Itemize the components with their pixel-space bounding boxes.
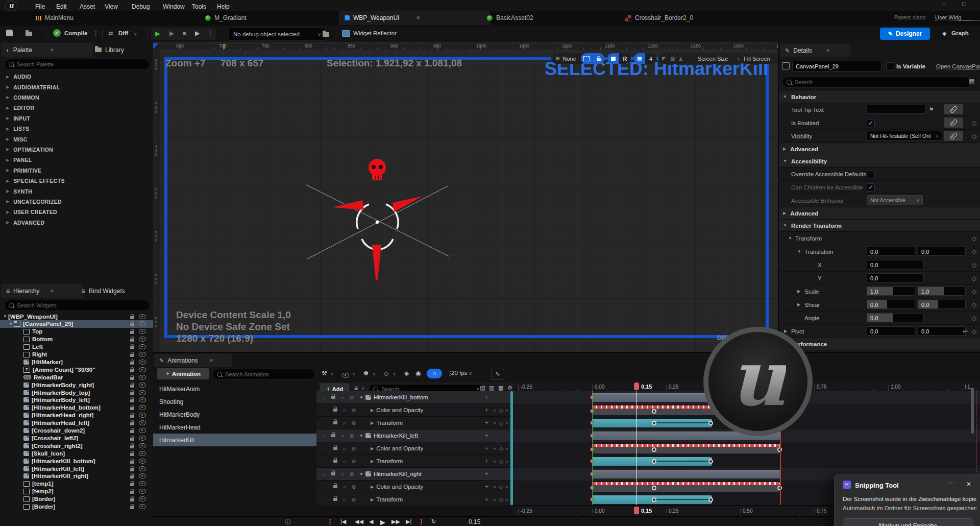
property-row-angle[interactable]: Angle0,0◇ — [779, 312, 980, 325]
visibility-eye-icon[interactable] — [139, 375, 146, 380]
transport-playback-button[interactable]: |◀ — [340, 518, 346, 525]
visibility-eye-icon[interactable] — [139, 428, 146, 433]
visibility-eye-icon[interactable] — [139, 489, 146, 494]
debug-folder-icon[interactable] — [323, 31, 329, 38]
bind-chain-button[interactable] — [944, 131, 963, 141]
hierarchy-row[interactable]: ▶Bottom — [0, 336, 153, 343]
section-arrow-icon[interactable]: ▼ — [783, 223, 787, 228]
doc-tab-WBP_WeaponUI[interactable]: WBP_WeaponUI✕ — [339, 11, 490, 25]
animation-item-Shooting[interactable]: Shooting — [153, 395, 316, 408]
visibility-eye-icon[interactable] — [139, 420, 146, 425]
prev-key-icon[interactable]: ◃ — [493, 497, 496, 502]
property-row-visibility[interactable]: VisibilityNot Hit-Testable (Self Onl∨◇ — [779, 130, 980, 143]
markup-share-button[interactable]: Markup und Freigabe — [843, 518, 973, 526]
track-row-color-and-opacity[interactable]: ∩⊘▶Color and Opacity+◃◇▹ — [316, 442, 513, 455]
lock-icon[interactable] — [130, 461, 134, 464]
palette-category-editor[interactable]: ▶EDITOR — [0, 103, 153, 113]
palette-category-special-effects[interactable]: ▶SPECIAL EFFECTS — [0, 176, 153, 186]
solo-icon[interactable]: ∩ — [340, 408, 349, 413]
keyframe-diamond-icon[interactable]: ◇ — [972, 133, 976, 140]
hierarchy-close-icon[interactable]: ✕ — [50, 289, 54, 294]
property-row-translation[interactable]: ▼Translation0,00,0◇ — [779, 245, 980, 258]
hierarchy-row[interactable]: ▶T[Ammo Count] "30/30" — [0, 366, 153, 373]
lock-icon[interactable] — [130, 445, 134, 448]
animation-item-HitmarkerKill[interactable]: HitmarkerKill — [153, 434, 316, 446]
next-key-icon[interactable]: ▹ — [506, 446, 508, 451]
value-field[interactable]: 1,0 — [867, 286, 915, 296]
value-field[interactable]: 0,0 — [918, 326, 966, 336]
lock-icon[interactable] — [130, 475, 134, 479]
visibility-eye-icon[interactable] — [139, 314, 146, 319]
menu-item-window[interactable]: Window — [163, 2, 185, 12]
diff-button[interactable]: Diff — [118, 30, 128, 36]
lock-icon[interactable] — [130, 498, 134, 501]
dropdown[interactable]: Not Hit-Testable (Self Onl∨ — [867, 131, 942, 141]
unreal-logo[interactable]: u — [5, 1, 17, 11]
tree-arrow-icon[interactable]: ▶ — [371, 446, 374, 451]
compile-button[interactable]: Compile — [64, 30, 87, 36]
revert-icon[interactable]: ↩ — [963, 328, 968, 335]
property-arrow-icon[interactable]: ▶ — [797, 289, 800, 294]
track-scrollbar[interactable] — [510, 391, 513, 505]
value-field[interactable]: 0,0 — [867, 326, 915, 336]
layout-r-group[interactable]: R — [607, 53, 631, 64]
row-height-icon[interactable]: ▦ — [498, 385, 503, 391]
hierarchy-row[interactable]: ▶[temp1] — [0, 480, 153, 488]
add-key-plus-icon[interactable]: + — [485, 394, 488, 401]
value-field[interactable]: 0,0 — [867, 247, 915, 256]
lock-icon[interactable] — [130, 346, 134, 349]
hierarchy-row[interactable]: ▶[Crosshair_right2] — [0, 442, 153, 449]
property-row-accessible-behavior[interactable]: Accessible BehaviorNot Accessible∨ — [779, 194, 980, 207]
filter-icon[interactable]: ≡ — [354, 385, 358, 392]
lock-icon[interactable] — [130, 438, 134, 441]
save-icon[interactable] — [6, 30, 13, 36]
tab-bind-widgets[interactable]: ≡ Bind Widgets — [77, 284, 153, 298]
mute-icon[interactable]: ⊘ — [349, 497, 358, 503]
keyframe-diamond-icon[interactable]: ◇ — [972, 248, 976, 255]
section-advanced[interactable]: ▶Advanced — [779, 143, 980, 155]
value-field[interactable]: 0,0 — [918, 300, 966, 309]
hierarchy-row[interactable]: ▶ReloadBar — [0, 373, 153, 381]
frame-skip-button[interactable]: |▶ — [168, 30, 174, 37]
grid-snap-size[interactable]: 4 — [645, 53, 656, 64]
expand-arrow-icon[interactable]: ▶ — [6, 210, 9, 214]
expand-arrow-icon[interactable]: ▶ — [6, 168, 9, 173]
widget-name-field[interactable]: CanvasPanel_29 — [792, 61, 882, 71]
section-arrow-icon[interactable]: ▶ — [783, 147, 786, 151]
flag-icon[interactable]: ⚑ — [929, 106, 934, 113]
visibility-eye-icon[interactable] — [139, 436, 146, 441]
mute-icon[interactable]: ⊘ — [349, 459, 358, 464]
property-row-pivot[interactable]: ▶Pivot0,00,0↩◇ — [779, 325, 980, 338]
tab-library[interactable]: Library — [90, 43, 156, 57]
preview-icons-group[interactable]: ◤ ▨ ◭ — [658, 53, 697, 64]
next-key-icon[interactable]: ▹ — [506, 484, 508, 489]
animation-item-HitMarkerHead[interactable]: HitMarkerHead — [153, 421, 316, 434]
lock-icon[interactable] — [130, 483, 134, 486]
screen-size-dropdown[interactable]: Screen Size∨ — [693, 53, 745, 64]
add-key-plus-icon[interactable]: + — [485, 445, 488, 452]
property-row-tool-tip-text[interactable]: Tool Tip Text⚑ — [779, 103, 980, 116]
property-row-shear[interactable]: ▶Shear0,00,0◇ — [779, 298, 980, 312]
notification-more-icon[interactable]: ··· — [948, 479, 956, 486]
curve-editor-button[interactable]: ∿ — [491, 369, 504, 380]
playback-options-icon[interactable]: ✽ — [363, 370, 369, 377]
details-search-input[interactable]: Search — [782, 77, 971, 88]
graph-button[interactable]: Graph — [951, 30, 969, 36]
checkbox[interactable]: ✓ — [867, 183, 875, 192]
timeline-vscrollbar[interactable] — [971, 388, 974, 434]
dashed-outline-icon[interactable] — [581, 53, 593, 64]
keyframe-diamond-icon[interactable]: ◇ — [972, 315, 976, 322]
expand-arrow-icon[interactable]: ▶ — [6, 106, 9, 110]
hierarchy-row[interactable]: ▼[WBP_WeaponUI] — [0, 313, 153, 320]
track-settings-gear-icon[interactable]: ⚙ — [507, 385, 512, 391]
visibility-eye-icon[interactable] — [139, 451, 146, 456]
bind-chain-button[interactable] — [944, 104, 963, 114]
visibility-eye-icon[interactable] — [139, 397, 146, 402]
auto-key-icon[interactable]: ◈ — [404, 370, 409, 377]
is-variable-checkbox[interactable] — [886, 62, 894, 70]
add-key-plus-icon[interactable]: + — [485, 458, 488, 465]
section-arrow-icon[interactable]: ▼ — [783, 94, 787, 99]
lock-icon[interactable] — [130, 399, 134, 402]
next-key-icon[interactable]: ▹ — [506, 459, 508, 464]
hierarchy-row[interactable]: ▶[HitmarkerBody_left] — [0, 396, 153, 404]
